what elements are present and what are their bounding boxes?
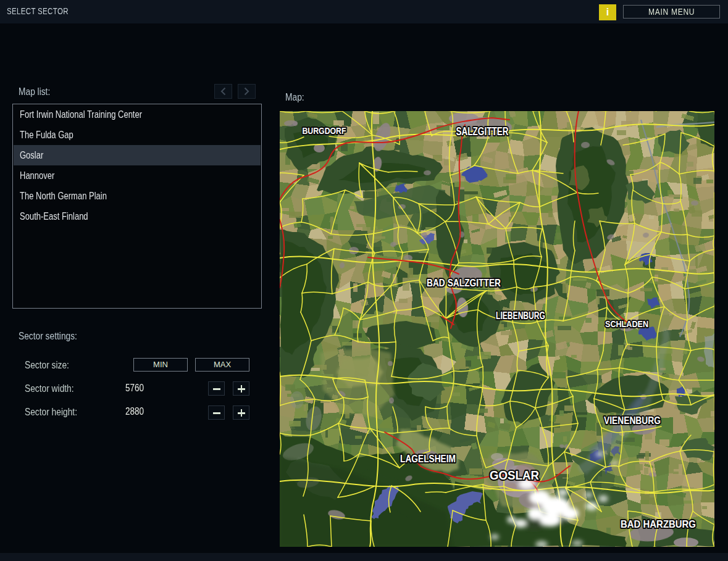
svg-text:LAGELSHEIM: LAGELSHEIM [400,454,456,464]
svg-text:LIEBENBURG: LIEBENBURG [496,310,545,321]
svg-text:SALZGITTER: SALZGITTER [456,125,509,138]
svg-text:BURGDORF: BURGDORF [303,126,346,136]
svg-text:SCHLADEN: SCHLADEN [605,318,648,329]
svg-text:BAD HARZBURG: BAD HARZBURG [621,518,696,530]
svg-text:VIENENBURG: VIENENBURG [604,415,661,426]
svg-text:GOSLAR: GOSLAR [490,468,539,482]
svg-text:BAD SALZGITTER: BAD SALZGITTER [427,277,501,289]
